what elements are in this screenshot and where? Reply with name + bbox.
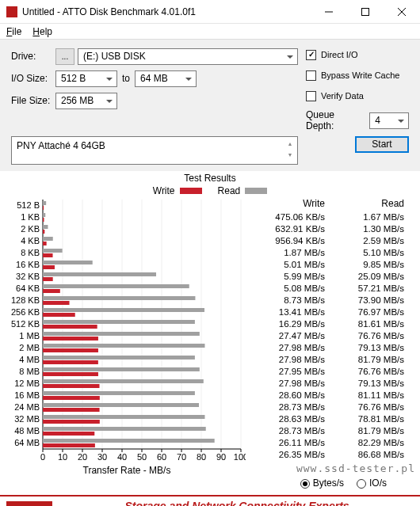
svg-text:64 MB: 64 MB	[14, 438, 40, 447]
footer-banner: ATTO Storage and Network Connectivity Ex…	[0, 495, 420, 506]
svg-text:8 MB: 8 MB	[19, 367, 40, 376]
read-column-header: Read	[325, 198, 404, 210]
svg-text:4 MB: 4 MB	[19, 355, 40, 364]
direct-io-label: Direct I/O	[321, 50, 357, 59]
write-column-header: Write	[246, 198, 325, 210]
spin-up-button[interactable]: ▲	[284, 139, 296, 150]
write-value: 28.73 MB/s	[246, 401, 325, 413]
svg-rect-88	[43, 391, 195, 395]
file-size-select[interactable]: 256 MB	[55, 93, 117, 109]
svg-rect-53	[43, 253, 53, 257]
write-value: 27.95 MB/s	[246, 366, 325, 378]
to-label: to	[122, 73, 130, 84]
read-value: 86.68 MB/s	[325, 449, 404, 461]
svg-rect-101	[43, 443, 95, 447]
write-value: 27.98 MB/s	[246, 342, 325, 354]
read-value: 1.67 MB/s	[325, 211, 404, 223]
svg-rect-73	[43, 332, 200, 336]
svg-text:48 MB: 48 MB	[14, 426, 40, 436]
read-value: 82.29 MB/s	[325, 437, 404, 449]
bypass-cache-checkbox[interactable]	[306, 70, 316, 81]
spin-down-button[interactable]: ▼	[284, 150, 296, 161]
svg-rect-49	[43, 237, 53, 241]
settings-panel: Drive: ... (E:) USB DISK I/O Size: 512 B…	[0, 40, 420, 136]
read-value: 5.10 MB/s	[325, 247, 404, 259]
read-value: 81.11 MB/s	[325, 390, 404, 401]
svg-rect-80	[43, 360, 98, 364]
read-value: 9.85 MB/s	[325, 259, 404, 271]
direct-io-checkbox[interactable]	[306, 50, 316, 60]
bytes-radio[interactable]	[300, 479, 310, 489]
file-size-label: File Size:	[11, 95, 55, 106]
io-size-from-select[interactable]: 512 B	[55, 70, 117, 87]
io-from-value: 512 B	[61, 73, 86, 84]
svg-text:16 KB: 16 KB	[16, 260, 40, 269]
svg-text:30: 30	[97, 452, 107, 462]
svg-text:0: 0	[40, 452, 45, 462]
svg-text:10: 10	[58, 452, 67, 462]
svg-text:100: 100	[234, 452, 246, 462]
write-value: 27.98 MB/s	[246, 378, 325, 390]
svg-rect-86	[43, 384, 100, 388]
svg-rect-68	[43, 313, 75, 317]
start-button[interactable]: Start	[355, 136, 409, 153]
read-value: 76.97 MB/s	[325, 306, 404, 318]
write-value: 5.01 MB/s	[246, 259, 325, 271]
svg-rect-95	[43, 420, 100, 424]
read-value: 76.76 MB/s	[325, 366, 404, 378]
write-value: 5.99 MB/s	[246, 271, 325, 283]
svg-text:70: 70	[177, 452, 186, 462]
svg-text:256 KB: 256 KB	[11, 307, 40, 317]
svg-rect-94	[43, 415, 204, 419]
read-value: 78.81 MB/s	[325, 413, 404, 425]
minimize-button[interactable]	[311, 0, 347, 24]
legend-read-swatch	[245, 188, 267, 194]
io-size-to-select[interactable]: 64 MB	[135, 70, 197, 87]
read-value: 79.13 MB/s	[325, 378, 404, 390]
footer-tagline: Storage and Network Connectivity Experts	[60, 500, 414, 506]
maximize-button[interactable]	[347, 0, 384, 24]
svg-text:50: 50	[137, 452, 147, 462]
legend-write-swatch	[180, 188, 202, 194]
svg-rect-77	[43, 348, 98, 352]
read-value: 81.79 MB/s	[325, 354, 404, 366]
browse-button[interactable]: ...	[55, 48, 74, 65]
description-text: PNY Attaché 4 64GB	[17, 140, 105, 151]
svg-text:4 KB: 4 KB	[21, 236, 40, 245]
svg-rect-82	[43, 367, 200, 371]
svg-rect-85	[43, 379, 204, 383]
svg-rect-43	[43, 213, 45, 217]
atto-logo: ATTO	[6, 501, 52, 506]
description-input[interactable]: PNY Attaché 4 64GB ▲ ▼	[11, 136, 298, 165]
queue-depth-label: Queue Depth:	[306, 109, 365, 131]
svg-text:90: 90	[216, 452, 226, 462]
write-value: 5.08 MB/s	[246, 283, 325, 295]
queue-depth-select[interactable]: 4	[369, 112, 409, 129]
write-value: 956.94 KB/s	[246, 235, 325, 247]
svg-text:20: 20	[78, 452, 87, 462]
read-value: 81.61 MB/s	[325, 318, 404, 330]
svg-rect-58	[43, 272, 156, 276]
menu-help[interactable]: Help	[32, 26, 52, 37]
verify-data-label: Verify Data	[321, 91, 364, 101]
svg-text:2 KB: 2 KB	[21, 224, 40, 234]
verify-data-checkbox[interactable]	[306, 91, 316, 101]
svg-rect-40	[43, 201, 46, 205]
svg-text:60: 60	[157, 452, 166, 462]
write-value: 27.47 MB/s	[246, 330, 325, 342]
menu-file[interactable]: File	[6, 26, 21, 37]
app-icon	[6, 6, 17, 17]
write-value: 26.11 MB/s	[246, 437, 325, 449]
svg-rect-97	[43, 427, 206, 431]
drive-select[interactable]: (E:) USB DISK	[78, 48, 298, 65]
benchmark-chart: 0102030405060708090100512 B1 KB2 KB4 KB8…	[8, 198, 246, 463]
drive-label: Drive:	[11, 51, 55, 62]
svg-text:512 B: 512 B	[17, 200, 40, 210]
ios-radio[interactable]	[357, 479, 366, 489]
svg-rect-62	[43, 289, 60, 293]
read-values-column: Read 1.67 MB/s1.30 MB/s2.59 MB/s5.10 MB/…	[325, 198, 404, 476]
io-size-label: I/O Size:	[11, 73, 55, 84]
unit-toggle: Bytes/s IO/s	[8, 476, 412, 492]
results-title: Test Results	[8, 173, 412, 184]
close-button[interactable]	[384, 0, 420, 24]
